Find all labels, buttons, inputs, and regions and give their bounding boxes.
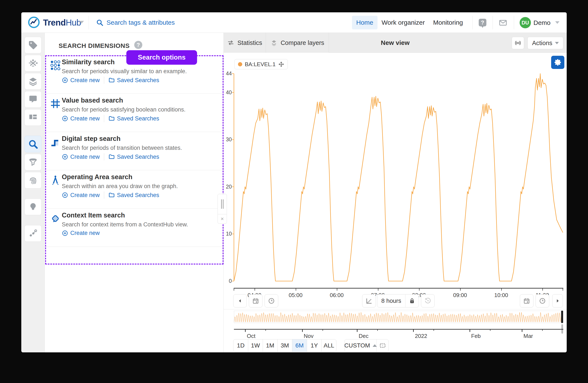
digital-step-search-icon: [50, 137, 61, 147]
start-date-picker-button[interactable]: [249, 294, 262, 307]
preset-1m-button[interactable]: 1M: [263, 339, 278, 352]
create-new-link[interactable]: Create new: [62, 230, 100, 236]
rail-tag-calculations-button[interactable]: [24, 55, 42, 72]
create-new-link[interactable]: Create new: [62, 77, 100, 84]
plus-circle-icon: [62, 115, 68, 122]
series-color-dot: [238, 62, 242, 66]
search-item-context-item[interactable]: Context Item search Search for context i…: [45, 209, 224, 247]
compare-layers-button[interactable]: Compare layers: [266, 33, 329, 53]
live-mode-button[interactable]: [512, 37, 524, 49]
saved-searches-link[interactable]: Saved Searches: [108, 77, 159, 84]
rail-tags-button[interactable]: [24, 37, 42, 53]
trend-plot[interactable]: [231, 73, 563, 282]
move-icon[interactable]: [278, 61, 284, 67]
help-icon[interactable]: ?: [479, 19, 486, 26]
nodes-graph-icon: [28, 229, 38, 238]
time-window-button[interactable]: 8 hours: [377, 294, 405, 307]
saved-searches-link[interactable]: Saved Searches: [108, 115, 159, 122]
month-minor-tick: [323, 329, 323, 331]
avatar[interactable]: DU: [520, 17, 531, 28]
user-name[interactable]: Demo: [533, 19, 550, 26]
user-dropdown-caret-icon[interactable]: [555, 21, 559, 24]
saved-searches-link[interactable]: Saved Searches: [108, 192, 159, 198]
topbar-divider: [89, 16, 89, 29]
end-date-picker-button[interactable]: [520, 294, 533, 307]
stair-steps-icon: [365, 297, 373, 305]
tab-monitoring[interactable]: Monitoring: [432, 16, 464, 29]
brand-dropdown-caret-icon[interactable]: [79, 21, 84, 24]
tab-home[interactable]: Home: [352, 16, 378, 29]
preset-3m-button[interactable]: 3M: [277, 339, 292, 352]
panel-close-button[interactable]: ×: [217, 214, 227, 224]
context-item-search-icon: [50, 213, 61, 224]
link-divider: [104, 153, 104, 160]
y-tick-label: 0: [222, 278, 232, 284]
folder-icon: [108, 154, 115, 160]
rail-layers-button[interactable]: [24, 73, 42, 90]
rail-machine-learning-button[interactable]: [24, 225, 42, 242]
overview-strip[interactable]: [234, 311, 563, 323]
search-item-digital-step[interactable]: Digital step search Search for periods o…: [45, 132, 224, 170]
item-title: Context Item search: [62, 211, 125, 219]
search-item-value-based[interactable]: Value based search Search for periods sa…: [45, 94, 224, 132]
item-description: Search for context items from a ContextH…: [62, 221, 188, 228]
custom-range-button[interactable]: CUSTOM: [345, 339, 377, 352]
search-item-operating-area[interactable]: Operating Area search Search within an a…: [45, 170, 224, 209]
x-tick-label: 10:00: [491, 292, 512, 299]
clock-icon: [268, 297, 275, 305]
statistics-button[interactable]: Statistics: [224, 33, 266, 53]
x-tick: [254, 288, 255, 291]
month-tick: [302, 329, 303, 332]
rail-comments-button[interactable]: [24, 91, 42, 108]
panel-help-icon[interactable]: ?: [134, 41, 142, 49]
chart-toolbar: New view Statistics Compare layers Actio…: [224, 33, 567, 53]
compare-layers-icon: [270, 39, 278, 46]
series-tag-chip[interactable]: BA:LEVEL.1: [234, 59, 288, 69]
preset-1y-button[interactable]: 1Y: [307, 339, 322, 352]
pan-right-button[interactable]: [552, 294, 563, 307]
create-new-link[interactable]: Create new: [62, 115, 100, 122]
x-axis-end-tick: [234, 288, 234, 291]
pan-left-button[interactable]: [233, 294, 247, 307]
month-tick: [357, 329, 357, 332]
tag-icon: [28, 40, 38, 50]
create-new-link[interactable]: Create new: [62, 154, 100, 160]
create-new-link[interactable]: Create new: [62, 192, 100, 198]
top-bar: TrendHub Search tags & attributes Home W…: [21, 12, 567, 33]
start-time-picker-button[interactable]: [265, 294, 278, 307]
step-trend-button[interactable]: [362, 294, 376, 307]
lock-window-button[interactable]: [405, 294, 419, 307]
y-tick-label: 40: [222, 89, 232, 96]
reset-history-button[interactable]: [421, 294, 435, 307]
brand-title: TrendHub: [43, 18, 81, 27]
mail-icon[interactable]: [499, 18, 507, 27]
chart-settings-button[interactable]: [551, 56, 564, 69]
rail-dashboard-button[interactable]: [24, 109, 42, 126]
drag-grip-icon[interactable]: [217, 194, 227, 214]
preset-6m-button[interactable]: 6M: [292, 339, 307, 352]
preset-all-button[interactable]: ALL: [321, 339, 336, 352]
search-options-badge: Search options: [126, 50, 197, 65]
item-title: Operating Area search: [62, 173, 132, 181]
panel-resize-handle[interactable]: ×: [217, 194, 227, 224]
end-time-picker-button[interactable]: [536, 294, 549, 307]
fit-range-button[interactable]: [377, 339, 388, 352]
preset-1d-button[interactable]: 1D: [233, 339, 248, 352]
overview-selection-handle[interactable]: [561, 311, 563, 323]
month-minor-tick: [377, 329, 378, 331]
rail-filter-button[interactable]: [24, 154, 42, 171]
global-search-input[interactable]: Search tags & attributes: [96, 12, 175, 33]
topbar-divider: [472, 16, 473, 29]
link-divider: [104, 77, 104, 84]
tab-work-organizer[interactable]: Work organizer: [381, 16, 425, 29]
x-tick: [542, 288, 543, 291]
caret-up-icon: [373, 344, 377, 347]
month-tick: [522, 329, 522, 332]
saved-searches-link[interactable]: Saved Searches: [108, 154, 159, 160]
rail-recommendations-button[interactable]: [24, 198, 42, 215]
preset-1w-button[interactable]: 1W: [248, 339, 263, 352]
calculations-icon: [28, 58, 38, 68]
actions-button[interactable]: Actions: [527, 37, 563, 49]
rail-fingerprint-button[interactable]: [24, 172, 42, 189]
rail-search-button[interactable]: [24, 136, 42, 152]
